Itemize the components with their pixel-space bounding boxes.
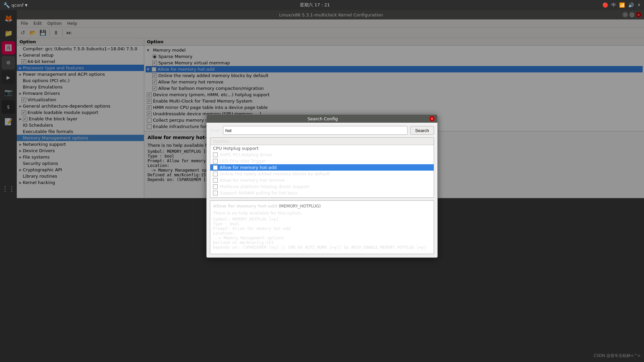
search-row: Find: Search	[210, 126, 434, 135]
result-hotremove[interactable]: ✓ Allow for memory hot remove	[210, 177, 434, 183]
result-mellanox[interactable]: ✓ Mellanox platform hotplug driver suppo…	[210, 183, 434, 190]
cb-result-hotadd[interactable]: ✓	[213, 165, 218, 170]
dialog-desc-depends: Depends on: (SPARSEMEM [=y] || X86_64_AC…	[213, 245, 431, 250]
results-header: Option	[210, 138, 434, 145]
result-led[interactable]: ✓ LED One-shot Trigger	[210, 158, 434, 164]
search-dialog: Search Config ✕ Find: Search Option CPU …	[206, 114, 438, 258]
system-time: 星期六 17：21	[300, 2, 330, 8]
cb-led[interactable]: ✓	[213, 159, 218, 164]
modal-overlay: Search Config ✕ Find: Search Option CPU …	[0, 10, 644, 362]
cb-shpc[interactable]: ✓	[213, 153, 218, 157]
cb-result-mellanox[interactable]: ✓	[213, 184, 218, 189]
result-online-blocks[interactable]: ✓ Online the newly added memory blocks b…	[210, 171, 434, 177]
keyboard-layout[interactable]: 中	[611, 2, 616, 8]
find-label: Find:	[210, 128, 220, 133]
dialog-desc-defined: Defined at mm/Kconfig:153	[213, 240, 431, 245]
cb-result-nvram[interactable]: ✓	[213, 191, 218, 195]
dialog-desc-title: Allow for memory hot-add (MEMORY_HOTPLUG…	[213, 203, 431, 208]
dialog-desc-location: -> Memory Management options	[213, 236, 431, 240]
dialog-desc-nohelp: There is no help available for this opti…	[213, 210, 431, 216]
result-hotadd[interactable]: ✓ Allow for memory hot-add	[210, 164, 434, 171]
dialog-close-button[interactable]: ✕	[429, 116, 435, 121]
dialog-title: Search Config	[216, 116, 429, 121]
cb-result-hotremove[interactable]: ✓	[213, 178, 218, 183]
top-bar: 🔧 qconf ▼ 星期六 17：21 🔴 中 📶 🔊 ⚡	[0, 0, 644, 10]
result-group-cpu-hotplug: CPU Hotplug support	[210, 145, 434, 152]
result-nvram[interactable]: ✓ Support NVRAM polling for hot keys	[210, 190, 434, 196]
app-name: qconf	[11, 3, 23, 8]
dialog-desc-location-label: Location:	[213, 231, 431, 236]
notification-icon[interactable]: 🔴	[602, 2, 608, 8]
top-bar-left: 🔧 qconf ▼	[3, 2, 28, 8]
search-button[interactable]: Search	[410, 126, 434, 135]
search-input[interactable]	[223, 126, 408, 135]
network-icon[interactable]: 📶	[619, 2, 625, 8]
volume-icon[interactable]: 🔊	[628, 2, 634, 8]
app-indicator[interactable]: 🔧 qconf ▼	[3, 2, 28, 8]
dialog-title-bar: Search Config ✕	[207, 115, 437, 123]
cb-result-online[interactable]: ✓	[213, 172, 218, 176]
power-icon[interactable]: ⚡	[637, 2, 641, 8]
dialog-desc-symbol: Symbol: MEMORY_HOTPLUG [=y]	[213, 217, 431, 222]
top-bar-right: 🔴 中 📶 🔊 ⚡	[602, 2, 641, 8]
dropdown-icon[interactable]: ▼	[25, 3, 28, 7]
result-shpc[interactable]: ✓ SHPC PCI Hotplug driver	[210, 152, 434, 158]
search-results-area: Option CPU Hotplug support ✓ SHPC PCI Ho…	[210, 137, 434, 198]
dialog-body: Find: Search Option CPU Hotplug support …	[207, 123, 437, 257]
result-group-snapshot: Create a snapshot trace buffer	[210, 196, 434, 198]
dialog-description: Allow for memory hot-add (MEMORY_HOTPLUG…	[210, 200, 434, 254]
dialog-desc-type: Type : bool	[213, 222, 431, 226]
dialog-desc-prompt: Prompt: Allow for memory hot-add	[213, 226, 431, 231]
